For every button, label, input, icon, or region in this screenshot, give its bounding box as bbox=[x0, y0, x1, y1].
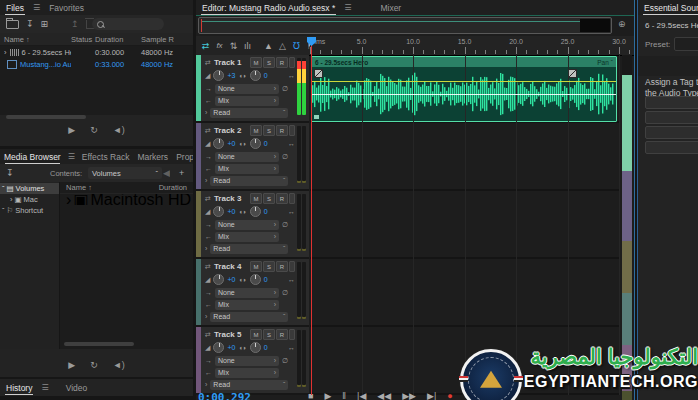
arm-record-button[interactable]: R bbox=[276, 57, 288, 68]
media-browser-column-headers[interactable]: Name ↑ Duration bbox=[60, 182, 193, 194]
expander-icon[interactable]: › bbox=[205, 313, 207, 320]
media-row[interactable]: ›▣Macintosh HD bbox=[60, 194, 193, 205]
new-item-icon[interactable]: ⊞ bbox=[41, 19, 49, 29]
loop-playback-button[interactable]: ↻ bbox=[464, 391, 472, 400]
input-select[interactable]: None› bbox=[215, 220, 279, 230]
expander-icon[interactable]: › bbox=[205, 245, 207, 252]
mute-button[interactable]: M bbox=[250, 193, 262, 204]
phase-icon[interactable]: ∅ bbox=[282, 357, 288, 365]
export-icon[interactable]: ↥ bbox=[71, 19, 79, 29]
volume-envelope-line[interactable] bbox=[312, 81, 616, 82]
arm-record-button[interactable]: R bbox=[276, 329, 288, 340]
skip-selection-button[interactable]: ↷ bbox=[482, 391, 490, 400]
track-navigation-strip[interactable] bbox=[622, 55, 632, 395]
rewind-button[interactable]: ◀◀ bbox=[377, 391, 391, 400]
file-row[interactable]: Mustang...io Audio.sesx *0:33.00048000 H… bbox=[0, 58, 193, 70]
tree-item-volumes[interactable]: ˇ▤Volumes bbox=[0, 183, 59, 194]
solo-button[interactable]: S bbox=[263, 57, 275, 68]
audio-type-tag-button[interactable] bbox=[645, 141, 698, 154]
expander-icon[interactable]: › bbox=[4, 48, 7, 57]
speaker-icon[interactable]: ◄) bbox=[113, 125, 125, 135]
input-select[interactable]: None› bbox=[215, 152, 279, 162]
audio-type-tag-button[interactable] bbox=[645, 111, 698, 124]
mute-button[interactable]: M bbox=[250, 261, 262, 272]
mute-button[interactable]: M bbox=[250, 329, 262, 340]
pan-knob[interactable] bbox=[250, 274, 261, 285]
fx-icon[interactable]: fx bbox=[213, 39, 226, 52]
audio-type-tag-button[interactable] bbox=[645, 126, 698, 139]
solo-button[interactable]: S bbox=[263, 193, 275, 204]
pan-knob[interactable] bbox=[250, 206, 261, 217]
expander-icon[interactable]: › bbox=[205, 177, 207, 184]
slip-tool-icon[interactable]: ⇅ bbox=[227, 39, 240, 52]
output-select[interactable]: Mix› bbox=[215, 164, 279, 174]
speaker-icon[interactable]: ◄) bbox=[113, 360, 125, 370]
pan-knob[interactable] bbox=[250, 70, 261, 81]
loop-playback-button[interactable]: ↻ bbox=[90, 360, 98, 370]
tab-favorites[interactable]: Favorites bbox=[43, 0, 90, 15]
tab-history[interactable]: History bbox=[0, 380, 38, 395]
track-more-button[interactable] bbox=[289, 261, 295, 272]
tab-mixer[interactable]: Mixer bbox=[374, 0, 407, 15]
search-input[interactable] bbox=[92, 18, 164, 30]
volume-knob[interactable] bbox=[213, 70, 224, 81]
automation-mode-select[interactable]: Readˇ bbox=[210, 108, 288, 118]
import-file-icon[interactable]: ↧ bbox=[26, 19, 34, 29]
output-select[interactable]: Mix› bbox=[215, 300, 279, 310]
nav-track-segment[interactable] bbox=[622, 171, 632, 241]
mute-button[interactable]: M bbox=[250, 57, 262, 68]
output-select[interactable]: Mix› bbox=[215, 232, 279, 242]
panel-menu-icon[interactable]: ☰ bbox=[38, 383, 51, 392]
tab-properti[interactable]: Properti bbox=[172, 149, 193, 164]
add-icon[interactable]: + bbox=[179, 168, 184, 178]
nav-track-segment[interactable] bbox=[622, 293, 632, 345]
timeline-ruler[interactable]: hms5.010.015.020.025.030.0 bbox=[310, 36, 634, 56]
contents-dropdown[interactable]: Volumesˇ bbox=[88, 167, 162, 179]
audio-type-tag-button[interactable] bbox=[645, 96, 698, 109]
fade-in-handle[interactable] bbox=[314, 69, 323, 78]
phase-icon[interactable]: ∅ bbox=[282, 153, 288, 161]
tab-markers[interactable]: Markers bbox=[133, 149, 172, 164]
preset-dropdown[interactable] bbox=[674, 37, 698, 51]
expander-icon[interactable]: ˇ bbox=[2, 206, 5, 215]
loop-playback-button[interactable]: ↻ bbox=[90, 125, 98, 135]
import-into-project-icon[interactable]: ↧ bbox=[6, 168, 14, 178]
mute-button[interactable]: M bbox=[250, 125, 262, 136]
nav-track-segment[interactable] bbox=[622, 241, 632, 293]
expander-icon[interactable]: ˇ bbox=[2, 184, 5, 193]
clip-gain-handle[interactable] bbox=[568, 69, 577, 78]
tree-item-shortcut[interactable]: ˇ⚐Shortcut bbox=[0, 205, 59, 216]
metering-icon[interactable]: ılı bbox=[241, 39, 254, 52]
session-overview-bar[interactable] bbox=[198, 17, 612, 34]
automation-mode-select[interactable]: Readˇ bbox=[210, 380, 288, 390]
input-select[interactable]: None› bbox=[215, 356, 279, 366]
arm-record-button[interactable]: R bbox=[276, 261, 288, 272]
tab-editor[interactable]: Editor: Mustang Radio Audio.sesx * bbox=[196, 0, 341, 15]
automation-mode-select[interactable]: Readˇ bbox=[210, 244, 288, 254]
phase-icon[interactable]: ∅ bbox=[282, 85, 288, 93]
input-select[interactable]: None› bbox=[215, 288, 279, 298]
snap-magnet-icon[interactable]: ℧ bbox=[290, 39, 303, 52]
tab-essential-sound[interactable]: Essential Sound bbox=[638, 0, 698, 15]
expander-icon[interactable]: › bbox=[205, 381, 207, 388]
solo-button[interactable]: S bbox=[263, 261, 275, 272]
file-row[interactable]: ›6 - 29.5secs Hero.wav0:30.00048000 Hz bbox=[0, 46, 193, 58]
envelope-node[interactable] bbox=[314, 115, 319, 119]
output-select[interactable]: Mix› bbox=[215, 368, 279, 378]
expander-icon[interactable]: › bbox=[205, 109, 207, 116]
tab-files[interactable]: Files bbox=[0, 0, 30, 15]
arm-record-button[interactable]: R bbox=[276, 193, 288, 204]
playhead-line[interactable] bbox=[311, 37, 312, 395]
metronome-icon[interactable]: △ bbox=[276, 39, 289, 52]
automation-mode-select[interactable]: Readˇ bbox=[210, 312, 288, 322]
play-button[interactable]: ▶ bbox=[68, 360, 75, 370]
panel-menu-icon[interactable]: ☰ bbox=[341, 3, 354, 12]
track-more-button[interactable] bbox=[289, 193, 295, 204]
volume-knob[interactable] bbox=[213, 274, 224, 285]
volume-knob[interactable] bbox=[213, 206, 224, 217]
record-button[interactable]: ● bbox=[447, 391, 452, 400]
tree-item-mac[interactable]: ›▣Mac bbox=[0, 194, 59, 205]
clip-pan-dropdown[interactable]: Panˇ bbox=[597, 59, 613, 66]
pause-button[interactable]: ‖ bbox=[342, 391, 346, 400]
automation-mode-select[interactable]: Readˇ bbox=[210, 176, 288, 186]
